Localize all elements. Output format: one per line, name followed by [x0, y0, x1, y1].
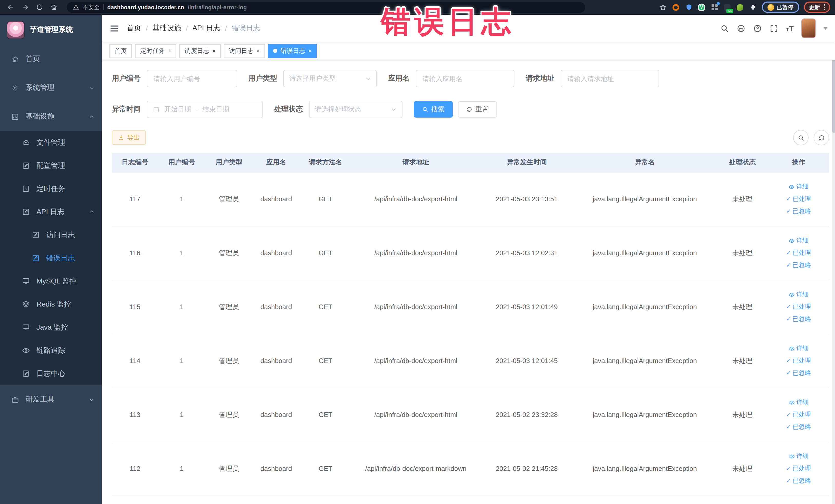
font-size-icon[interactable]: TT — [786, 24, 794, 32]
process-status-select[interactable]: 请选择处理状态 — [309, 101, 403, 118]
forward-button[interactable] — [20, 2, 31, 13]
sidebar-item-error-log[interactable]: 错误日志 — [0, 246, 102, 269]
mark-ignored-link[interactable]: ✓已忽略 — [786, 369, 811, 378]
reload-button[interactable] — [34, 2, 45, 13]
sidebar-item-redis-monitor[interactable]: Redis 监控 — [0, 293, 102, 316]
browser-menu-icon[interactable] — [824, 4, 825, 10]
user-menu-caret-icon[interactable] — [823, 27, 828, 29]
mark-ignored-link[interactable]: ✓已忽略 — [786, 423, 811, 431]
eye-icon — [789, 291, 795, 298]
export-button[interactable]: 导出 — [112, 130, 146, 145]
mark-processed-link[interactable]: ✓已处理 — [786, 302, 811, 311]
extension-icon-blue-shield[interactable] — [685, 3, 693, 11]
cell-status: 未处理 — [717, 334, 768, 388]
mark-processed-link[interactable]: ✓已处理 — [786, 195, 811, 203]
mark-processed-link[interactable]: ✓已处理 — [786, 464, 811, 473]
app-title: 芋道管理系统 — [30, 25, 73, 35]
extension-icon-on-switch[interactable]: on — [723, 3, 731, 11]
start-date-placeholder: 开始日期 — [164, 105, 191, 114]
sidebar-item-access-log[interactable]: 访问日志 — [0, 223, 102, 246]
bookmark-star-icon[interactable] — [659, 3, 667, 11]
app-name-input[interactable] — [416, 70, 514, 87]
sidebar-item-mysql-monitor[interactable]: MySQL 监控 — [0, 269, 102, 293]
detail-link[interactable]: 详细 — [789, 236, 809, 245]
sidebar-item-scheduled-jobs[interactable]: 定时任务 — [0, 177, 102, 200]
sidebar-item-tracing[interactable]: 链路追踪 — [0, 339, 102, 362]
user-id-input[interactable] — [147, 70, 237, 87]
extension-icon-green-v[interactable]: V — [697, 3, 706, 11]
mark-ignored-link[interactable]: ✓已忽略 — [786, 315, 811, 323]
mark-ignored-link[interactable]: ✓已忽略 — [786, 477, 811, 485]
close-icon[interactable]: × — [308, 48, 312, 54]
docs-question-icon[interactable] — [753, 24, 762, 33]
extension-icon-leaf[interactable] — [736, 3, 744, 11]
detail-link[interactable]: 详细 — [789, 344, 809, 353]
page-scrollbar[interactable] — [832, 15, 835, 504]
toggle-search-button[interactable] — [793, 130, 809, 145]
extension-icon-grid[interactable] — [710, 3, 718, 11]
close-icon[interactable]: × — [168, 48, 171, 54]
request-url-input[interactable] — [561, 70, 659, 87]
fullscreen-icon[interactable] — [770, 24, 778, 33]
mark-processed-link[interactable]: ✓已处理 — [786, 410, 811, 419]
table-row: 117 1 管理员 dashboard GET /api/infra/db-do… — [112, 172, 829, 226]
check-icon: ✓ — [786, 208, 791, 214]
cell-exception: java.lang.IllegalArgumentException — [573, 334, 717, 388]
edit-icon — [22, 208, 30, 216]
sidebar-item-config-manage[interactable]: 配置管理 — [0, 154, 102, 177]
mark-ignored-link[interactable]: ✓已忽略 — [786, 261, 811, 269]
reset-button[interactable]: 重置 — [458, 101, 497, 118]
tab-schedule-log[interactable]: 调度日志× — [179, 44, 221, 58]
range-separator: - — [196, 105, 198, 113]
github-icon[interactable] — [737, 24, 746, 33]
exception-time-label: 异常时间 — [112, 105, 141, 114]
cell-actions: 详细 ✓已处理 ✓已忽略 — [768, 172, 829, 226]
home-button[interactable] — [48, 2, 60, 13]
breadcrumb-infra[interactable]: 基础设施 — [152, 24, 181, 33]
cell-app: dashboard — [252, 226, 300, 280]
breadcrumb-home[interactable]: 首页 — [127, 24, 141, 33]
refresh-table-button[interactable] — [814, 130, 829, 145]
sidebar-item-api-log[interactable]: API 日志 — [0, 200, 102, 223]
header-search-icon[interactable] — [720, 24, 729, 33]
col-user-type: 用户类型 — [205, 153, 252, 172]
sidebar-item-dev-tools[interactable]: 研发工具 — [0, 385, 102, 414]
extensions-puzzle-icon[interactable] — [749, 3, 757, 11]
breadcrumb-api-log[interactable]: API 日志 — [192, 24, 221, 33]
avatar[interactable] — [801, 19, 816, 38]
sidebar-item-java-monitor[interactable]: Java 监控 — [0, 316, 102, 339]
tab-access-log[interactable]: 访问日志× — [224, 44, 265, 58]
back-button[interactable] — [5, 2, 16, 13]
profile-paused-chip[interactable]: 已暂停 — [761, 2, 799, 13]
cell-log-id: 112 — [112, 442, 158, 496]
table-row: 116 1 管理员 dashboard GET /api/infra/db-do… — [112, 226, 829, 280]
close-icon[interactable]: × — [257, 48, 260, 54]
detail-link[interactable]: 详细 — [789, 182, 809, 191]
tab-home[interactable]: 首页 — [109, 44, 132, 58]
detail-link[interactable]: 详细 — [789, 452, 809, 461]
detail-link[interactable]: 详细 — [789, 398, 809, 407]
tab-scheduled-jobs[interactable]: 定时任务× — [135, 44, 176, 58]
extension-icon-orange-ring[interactable] — [672, 3, 680, 11]
exception-time-range-picker[interactable]: 开始日期 - 结束日期 — [147, 101, 263, 118]
sidebar-item-log-center[interactable]: 日志中心 — [0, 362, 102, 385]
mark-processed-link[interactable]: ✓已处理 — [786, 248, 811, 257]
chevron-down-icon — [365, 76, 371, 82]
mark-processed-link[interactable]: ✓已处理 — [786, 356, 811, 365]
user-type-select[interactable]: 请选择用户类型 — [283, 70, 377, 87]
sidebar-item-home[interactable]: 首页 — [0, 45, 102, 74]
chevron-up-icon — [89, 114, 95, 119]
cell-method: GET — [300, 172, 351, 226]
sidebar-item-file-manage[interactable]: 文件管理 — [0, 131, 102, 154]
mark-ignored-link[interactable]: ✓已忽略 — [786, 207, 811, 216]
tab-error-log[interactable]: 错误日志× — [268, 44, 317, 58]
cell-url: /api/infra/db-doc/export-html — [351, 172, 481, 226]
search-button[interactable]: 搜索 — [414, 101, 453, 118]
detail-link[interactable]: 详细 — [789, 290, 809, 299]
sidebar-item-system[interactable]: 系统管理 — [0, 74, 102, 102]
hamburger-icon[interactable] — [109, 23, 119, 33]
app-logo[interactable]: 芋道管理系统 — [0, 15, 102, 45]
sidebar-item-infra[interactable]: 基础设施 — [0, 102, 102, 131]
browser-update-button[interactable]: 更新 — [804, 2, 830, 13]
close-icon[interactable]: × — [212, 48, 216, 54]
